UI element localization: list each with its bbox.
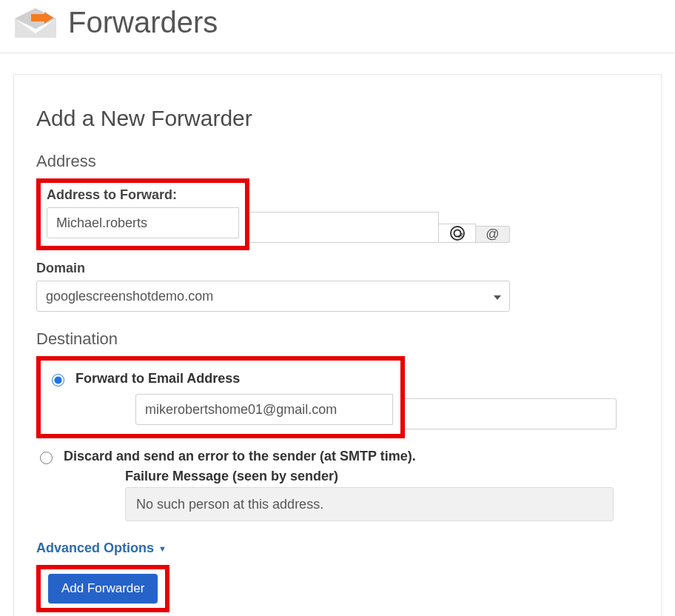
forward-to-email-radio[interactable] [52,374,64,386]
failure-message-label: Failure Message (seen by sender) [125,469,639,484]
address-input-row: Address to Forward: @ [36,178,510,250]
address-section-label: Address [36,152,639,171]
failure-message-box: No such person at this address. [125,487,614,521]
destination-highlight-box: Forward to Email Address [36,356,405,438]
caret-down-icon: ▼ [158,544,167,553]
address-highlight-box: Address to Forward: [36,178,249,250]
failure-message-value: No such person at this address. [136,497,323,512]
advanced-options-label: Advanced Options [36,540,154,556]
forwarders-icon [15,8,56,38]
domain-select[interactable]: googlescreenshotdemo.com [36,281,510,312]
svg-point-5 [454,230,460,237]
page-header: Forwarders [0,0,675,53]
at-symbol-addon: @ [476,226,510,243]
forward-email-input[interactable] [135,394,393,425]
forward-to-email-label: Forward to Email Address [75,371,240,386]
destination-section-label: Destination [36,329,639,349]
address-to-forward-input[interactable] [47,207,239,238]
target-icon [449,224,466,242]
submit-highlight-box: Add Forwarder [36,565,169,612]
svg-point-7 [460,235,461,236]
svg-point-8 [460,233,462,235]
panel-heading: Add a New Forwarder [36,106,639,131]
discard-error-radio[interactable] [40,452,53,464]
domain-label: Domain [36,261,639,276]
svg-rect-2 [31,14,44,21]
svg-point-6 [458,236,460,238]
address-to-forward-label: Address to Forward: [47,187,239,203]
discard-error-label: Discard and send an error to the sender … [64,449,416,464]
autofill-icon-box[interactable] [439,224,476,243]
add-forwarder-button[interactable]: Add Forwarder [48,574,158,603]
forwarder-panel: Add a New Forwarder Address Address to F… [13,74,662,616]
page-title: Forwarders [68,6,218,39]
advanced-options-toggle[interactable]: Advanced Options ▼ [36,540,167,556]
